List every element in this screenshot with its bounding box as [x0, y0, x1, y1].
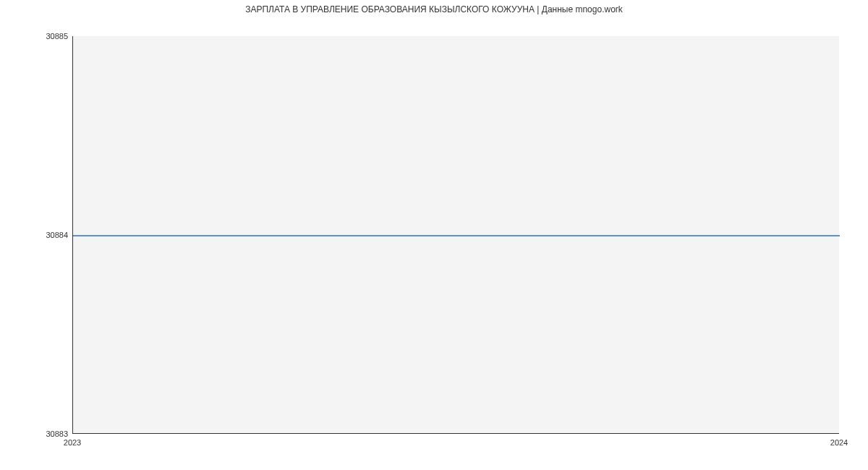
- data-line: [73, 235, 840, 236]
- plot-area: [72, 36, 839, 434]
- chart-title: ЗАРПЛАТА В УПРАВЛЕНИЕ ОБРАЗОВАНИЯ КЫЗЫЛС…: [0, 4, 868, 14]
- y-tick-30884: 30884: [46, 231, 68, 239]
- chart-container: ЗАРПЛАТА В УПРАВЛЕНИЕ ОБРАЗОВАНИЯ КЫЗЫЛС…: [0, 0, 868, 470]
- x-tick-2023: 2023: [64, 438, 81, 447]
- y-tick-30883: 30883: [46, 430, 68, 438]
- x-tick-2024: 2024: [830, 438, 848, 447]
- y-tick-30885: 30885: [46, 32, 68, 40]
